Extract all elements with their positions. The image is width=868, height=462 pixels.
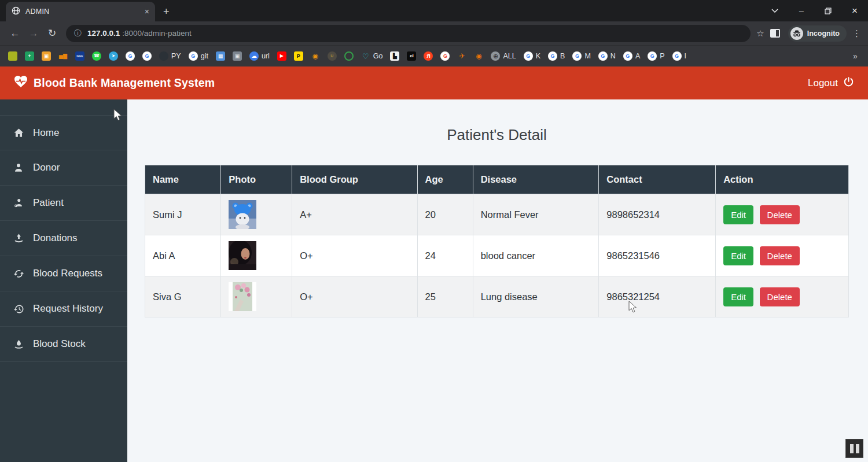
patient-name: Sumi J — [145, 194, 221, 235]
bookmark-youtube-icon[interactable]: ▶ — [277, 51, 286, 61]
bookmark-whatsapp-icon[interactable]: ☎ — [92, 51, 101, 61]
bookmark-tilted-bars-icon[interactable] — [8, 51, 17, 61]
tilted-bars-icon — [8, 51, 17, 61]
bookmark-godaddy-icon[interactable]: ♡Go — [361, 51, 383, 61]
bookmark-google-n-icon[interactable]: GN — [598, 51, 616, 61]
sidebar-item-blood-stock[interactable]: Blood Stock — [0, 327, 127, 362]
bookmark-movie-camera-icon[interactable]: ◉ — [311, 51, 320, 61]
film-icon: ▦ — [216, 51, 225, 61]
forward-icon[interactable]: → — [25, 25, 42, 42]
bookmark-label: Go — [373, 52, 383, 60]
bookmark-ieee-icon[interactable]: IEEE — [75, 51, 84, 61]
bookmark-google-colored-icon[interactable]: G — [440, 51, 450, 61]
restore-button[interactable] — [815, 0, 841, 21]
patient-actions: Edit Delete — [716, 194, 849, 235]
reload-icon[interactable]: ↻ — [44, 25, 60, 42]
google-colored-icon: G — [440, 51, 450, 61]
movie-camera-icon: ◉ — [311, 51, 320, 61]
bookmark-telegram-icon[interactable]: ➤ — [109, 51, 118, 61]
pause-button[interactable] — [845, 439, 863, 458]
home-icon — [13, 127, 24, 139]
bookmark-bookmarks-overflow[interactable]: » — [851, 51, 860, 61]
sidebar-item-label: Blood Stock — [33, 338, 86, 350]
sidebar-item-home[interactable]: Home — [0, 115, 127, 150]
sidebar-item-label: Blood Requests — [33, 268, 102, 279]
bookmark-orange-badge-icon[interactable]: ▣ — [42, 51, 51, 61]
bookmark-ring-icon[interactable] — [344, 51, 354, 61]
bookmark-camera-icon[interactable]: ▣ — [233, 51, 242, 61]
bookmark-github-icon[interactable]: PY — [159, 51, 181, 61]
bookmark-cl-icon[interactable]: cl — [407, 51, 416, 61]
table-header-row: Name Photo Blood Group Age Disease Conta… — [145, 165, 849, 194]
bookmark-cart-icon[interactable]: ∪ — [328, 51, 337, 61]
column-header-disease: Disease — [473, 165, 599, 194]
browser-menu-icon[interactable]: ⋮ — [852, 28, 861, 39]
delete-button[interactable]: Delete — [760, 205, 800, 224]
bookmark-film-icon[interactable]: ▦ — [216, 51, 225, 61]
bookmark-paper-plane-icon[interactable]: ✈ — [457, 51, 466, 61]
bookmark-eagle-doc-icon[interactable]: ▙ — [390, 51, 399, 61]
back-icon[interactable]: ← — [7, 25, 23, 42]
cl-icon: cl — [407, 51, 416, 61]
cloud-url-icon: ☁ — [249, 51, 259, 61]
bookmark-star-icon[interactable]: ☆ — [756, 28, 764, 39]
blood-drop-icon — [13, 338, 24, 350]
patient-blood-group: A+ — [292, 194, 417, 235]
bookmark-google-icon[interactable]: G — [142, 51, 152, 61]
bookmark-cloud-url-icon[interactable]: ☁url — [249, 51, 270, 61]
yandex-icon: Я — [424, 51, 433, 61]
sidebar-item-blood-requests[interactable]: Blood Requests — [0, 256, 127, 291]
bookmark-eye-icon[interactable]: ◉ — [474, 51, 483, 61]
delete-button[interactable]: Delete — [760, 246, 800, 265]
close-window-button[interactable]: × — [841, 0, 868, 21]
bookmark-globe-all-icon[interactable]: ⊕ALL — [491, 51, 516, 61]
address-bar[interactable]: ⓘ 127.0.0.1 :8000/admin-patient — [66, 25, 751, 42]
new-tab-button[interactable]: + — [163, 6, 170, 21]
browser-tab-admin[interactable]: ADMIN × — [6, 2, 155, 21]
bookmark-google-m-icon[interactable]: GM — [572, 51, 590, 61]
bookmark-google-icon[interactable]: G — [126, 51, 135, 61]
app-body: Home Donor Patient Donations Blood Reque… — [0, 99, 868, 462]
sidebar-item-donations[interactable]: Donations — [0, 221, 127, 256]
edit-button[interactable]: Edit — [723, 205, 753, 224]
logout-button[interactable]: Logout — [808, 76, 854, 90]
chevron-down-icon[interactable] — [762, 0, 788, 21]
sidebar-item-request-history[interactable]: Request History — [0, 291, 127, 327]
ieee-icon: IEEE — [75, 51, 84, 61]
column-header-age: Age — [417, 165, 473, 194]
bookmark-p-icon[interactable]: P — [294, 51, 303, 61]
minimize-button[interactable]: – — [788, 0, 815, 21]
app-header: Blood Bank Management System Logout — [0, 66, 868, 99]
sidebar-item-patient[interactable]: Patient — [0, 186, 127, 221]
sync-arrows-icon — [13, 268, 24, 279]
bookmark-yandex-icon[interactable]: Я — [424, 51, 433, 61]
bookmark-google-p-icon[interactable]: GP — [648, 51, 664, 61]
table-row: Abi A O+ 24 blood cancer 9865231546 Edit… — [145, 235, 849, 276]
bookmarks-bar: +▣▅▇IEEE☎➤GGPYGgit▦▣☁url▶P◉∪♡Go▙clЯG✈◉⊕A… — [0, 45, 868, 66]
history-icon — [13, 303, 24, 315]
sidebar-item-label: Request History — [33, 303, 103, 315]
bookmark-google-b-icon[interactable]: GB — [548, 51, 565, 61]
globe-favicon-icon — [12, 6, 20, 17]
bookmark-google-a-icon[interactable]: GA — [623, 51, 640, 61]
delete-button[interactable]: Delete — [760, 287, 800, 306]
side-panel-icon[interactable] — [770, 29, 780, 38]
bookmark-google-git-icon[interactable]: Ggit — [189, 51, 208, 61]
analytics-icon: ▅▇ — [58, 51, 68, 61]
column-header-name: Name — [145, 165, 221, 194]
bookmark-label: git — [201, 52, 208, 60]
bookmark-analytics-icon[interactable]: ▅▇ — [58, 51, 68, 61]
bookmark-google-i-icon[interactable]: GI — [672, 51, 686, 61]
patient-age: 24 — [417, 235, 473, 276]
bookmark-sheets-icon[interactable]: + — [25, 51, 34, 61]
eye-icon: ◉ — [474, 51, 483, 61]
sidebar-item-label: Donations — [33, 232, 78, 244]
edit-button[interactable]: Edit — [723, 287, 753, 306]
edit-button[interactable]: Edit — [723, 246, 753, 265]
sidebar-item-label: Patient — [33, 197, 64, 209]
page-info-icon[interactable]: ⓘ — [74, 28, 82, 39]
column-header-contact: Contact — [599, 165, 716, 194]
sidebar-item-donor[interactable]: Donor — [0, 150, 127, 186]
tab-close-icon[interactable]: × — [145, 7, 149, 16]
bookmark-google-k-icon[interactable]: GK — [524, 51, 540, 61]
